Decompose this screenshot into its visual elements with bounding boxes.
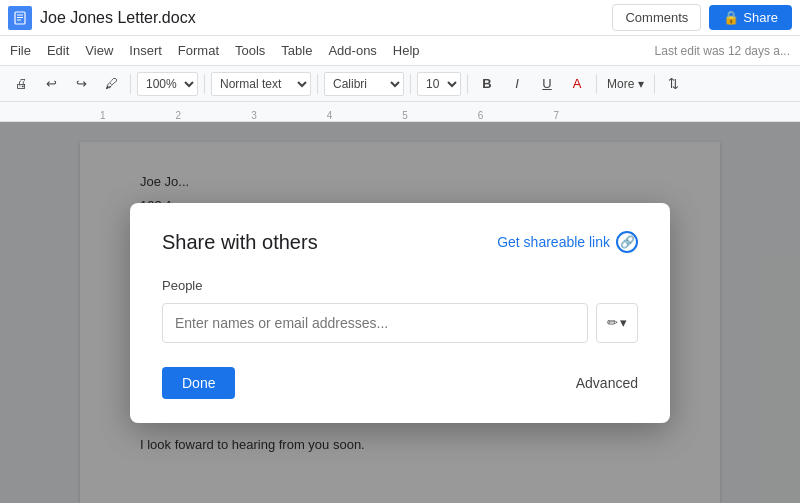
modal-overlay: Share with others Get shareable link 🔗 P…	[0, 122, 800, 503]
toolbar-separator-1	[130, 74, 131, 94]
menu-help[interactable]: Help	[393, 43, 420, 58]
share-dialog-header: Share with others Get shareable link 🔗	[162, 231, 638, 254]
shareable-link-button[interactable]: Get shareable link 🔗	[497, 231, 638, 253]
text-color-button[interactable]: A	[564, 71, 590, 97]
last-edit-text: Last edit was 12 days a...	[655, 44, 790, 58]
ruler-mark-1: 1	[100, 110, 106, 121]
italic-button[interactable]: I	[504, 71, 530, 97]
menu-file[interactable]: File	[10, 43, 31, 58]
ruler-mark-4: 4	[327, 110, 333, 121]
ruler-mark-7: 7	[553, 110, 559, 121]
text-direction-button[interactable]: ⇅	[661, 71, 687, 97]
share-dialog-footer: Done Advanced	[162, 367, 638, 399]
menu-edit[interactable]: Edit	[47, 43, 69, 58]
zoom-select[interactable]: 100%	[137, 72, 198, 96]
ruler-mark-5: 5	[402, 110, 408, 121]
edit-dropdown-icon: ▾	[620, 315, 627, 330]
toolbar-separator-6	[596, 74, 597, 94]
done-button[interactable]: Done	[162, 367, 235, 399]
bold-button[interactable]: B	[474, 71, 500, 97]
title-bar-actions: Comments 🔒 Share	[612, 4, 792, 31]
doc-title: Joe Jones Letter.docx	[40, 9, 612, 27]
document-area: Joe Jo... 123 A... Anyto... Octob... Mar…	[0, 122, 800, 503]
menu-addons[interactable]: Add-ons	[328, 43, 376, 58]
toolbar: 🖨 ↩ ↪ 🖊 100% Normal text Calibri 10 B I …	[0, 66, 800, 102]
share-label: Share	[743, 10, 778, 25]
share-email-input[interactable]	[162, 303, 588, 343]
menu-table[interactable]: Table	[281, 43, 312, 58]
toolbar-separator-5	[467, 74, 468, 94]
share-icon: 🔒	[723, 10, 739, 25]
comments-button[interactable]: Comments	[612, 4, 701, 31]
toolbar-separator-7	[654, 74, 655, 94]
font-select[interactable]: Calibri	[324, 72, 404, 96]
toolbar-separator-2	[204, 74, 205, 94]
share-dialog: Share with others Get shareable link 🔗 P…	[130, 203, 670, 423]
ruler-mark-6: 6	[478, 110, 484, 121]
size-select[interactable]: 10	[417, 72, 461, 96]
more-button[interactable]: More ▾	[603, 71, 648, 97]
people-label: People	[162, 278, 638, 293]
app-icon	[8, 6, 32, 30]
ruler-mark-3: 3	[251, 110, 257, 121]
edit-permissions-button[interactable]: ✏ ▾	[596, 303, 638, 343]
share-input-row: ✏ ▾	[162, 303, 638, 343]
underline-button[interactable]: U	[534, 71, 560, 97]
undo-button[interactable]: ↩	[38, 71, 64, 97]
menu-bar: File Edit View Insert Format Tools Table…	[0, 36, 800, 66]
share-button[interactable]: 🔒 Share	[709, 5, 792, 30]
toolbar-separator-3	[317, 74, 318, 94]
print-button[interactable]: 🖨	[8, 71, 34, 97]
menu-view[interactable]: View	[85, 43, 113, 58]
ruler: 1 2 3 4 5 6 7	[0, 102, 800, 122]
menu-tools[interactable]: Tools	[235, 43, 265, 58]
menu-format[interactable]: Format	[178, 43, 219, 58]
edit-pencil-icon: ✏	[607, 315, 618, 330]
toolbar-separator-4	[410, 74, 411, 94]
style-select[interactable]: Normal text	[211, 72, 311, 96]
shareable-link-label: Get shareable link	[497, 234, 610, 250]
ruler-mark-2: 2	[176, 110, 182, 121]
menu-insert[interactable]: Insert	[129, 43, 162, 58]
advanced-button[interactable]: Advanced	[576, 375, 638, 391]
link-icon: 🔗	[616, 231, 638, 253]
share-dialog-title: Share with others	[162, 231, 318, 254]
redo-button[interactable]: ↪	[68, 71, 94, 97]
title-bar: Joe Jones Letter.docx Comments 🔒 Share	[0, 0, 800, 36]
paint-format-button[interactable]: 🖊	[98, 71, 124, 97]
